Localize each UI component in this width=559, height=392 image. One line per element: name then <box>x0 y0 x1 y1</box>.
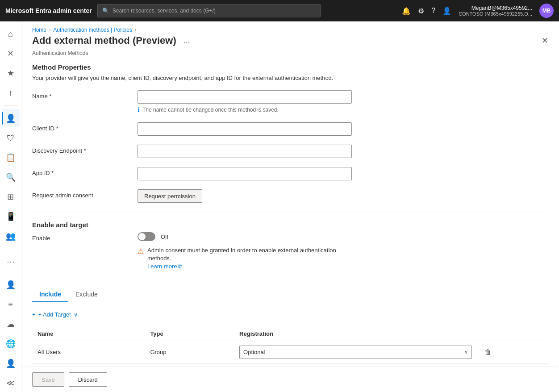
cloud-icon: ☁ <box>7 319 15 329</box>
client-id-input[interactable] <box>138 122 352 136</box>
close-panel-button[interactable]: ✕ <box>542 36 548 46</box>
discard-button[interactable]: Discard <box>69 372 107 387</box>
topbar: Microsoft Entra admin center 🔍 Search re… <box>0 0 559 21</box>
name-field: ℹ The name cannot be changed once this m… <box>138 90 352 113</box>
main-layout: ⌂ ✕ ★ ↑ 👤 🛡 📋 🔍 ⊞ 📱 👥 ⋯ 👤 ≡ ☁ 🌐 👤 ≪ Home… <box>0 21 559 392</box>
sidebar-item-home[interactable]: ⌂ <box>2 25 20 43</box>
page-title: Add external method (Preview) <box>32 35 176 46</box>
chevron-down-icon: ∨ <box>464 349 468 355</box>
info-icon: ℹ <box>138 106 140 113</box>
breadcrumb-home[interactable]: Home <box>32 27 46 33</box>
sidebar-item-user[interactable]: 👤 <box>2 276 20 294</box>
sidebar-item-account[interactable]: 👤 <box>2 354 20 372</box>
search-icon: 🔍 <box>102 8 109 14</box>
sidebar-item-more[interactable]: ⋯ <box>2 253 20 271</box>
warning-icon: ⚠ <box>138 247 144 255</box>
app-id-input[interactable] <box>138 167 352 180</box>
enable-field: Off ⚠ Admin consent must be granted in o… <box>138 232 352 278</box>
form-content: Method Properties Your provider will giv… <box>21 63 559 367</box>
search-bar[interactable]: 🔍 Search resources, services, and docs (… <box>97 4 321 17</box>
delete-row-button[interactable]: 🗑 <box>483 346 493 358</box>
registration-dropdown[interactable]: Optional∨ <box>239 346 472 359</box>
sidebar-divider-1 <box>4 105 18 106</box>
add-target-button[interactable]: + + Add Target ∨ <box>32 309 78 320</box>
user-info: MeganB@M365x49592... CONTOSO (M365x49592… <box>459 5 532 17</box>
warning-message: Admin consent must be granted in order t… <box>147 246 352 271</box>
devices-icon: ⊞ <box>7 192 14 202</box>
breadcrumb-section[interactable]: Authentication methods | Policies <box>53 27 132 33</box>
shield-icon: 🛡 <box>7 133 15 143</box>
home-icon: ⌂ <box>8 29 13 39</box>
section-divider <box>32 212 548 212</box>
sidebar-item-close[interactable]: ✕ <box>2 45 20 63</box>
external-link-icon: ⧉ <box>178 263 182 271</box>
sidebar-item-favorites[interactable]: ★ <box>2 64 20 82</box>
sidebar-item-devices[interactable]: ⊞ <box>2 188 20 206</box>
sidebar-item-global[interactable]: 🌐 <box>2 335 20 353</box>
breadcrumb-sep-2: › <box>135 28 136 33</box>
settings-icon[interactable]: ⚙ <box>418 7 424 15</box>
more-options-button[interactable]: ... <box>184 36 190 46</box>
help-icon[interactable]: ? <box>431 7 435 15</box>
notification-icon[interactable]: 🔔 <box>402 7 411 15</box>
identity-icon: 👤 <box>6 113 16 123</box>
request-permission-button[interactable]: Request permission <box>138 189 202 203</box>
toggle-row: Off <box>138 232 352 241</box>
sidebar-item-groups[interactable]: 👥 <box>2 227 20 245</box>
request-consent-label: Request admin consent <box>32 189 130 199</box>
tab-include[interactable]: Include <box>32 287 68 302</box>
list-icon: ≡ <box>8 300 13 309</box>
sidebar-item-apps[interactable]: 📱 <box>2 208 20 225</box>
monitoring-icon: 🔍 <box>6 172 16 182</box>
discovery-endpoint-label: Discovery Endpoint * <box>32 145 130 154</box>
table-header: Name Type Registration <box>32 327 548 341</box>
breadcrumb: Home › Authentication methods | Policies… <box>21 21 559 35</box>
table-row: All UsersGroupOptional∨🗑 <box>32 341 548 363</box>
sidebar-divider-2 <box>4 249 18 249</box>
col-actions-header <box>477 327 548 341</box>
enable-toggle[interactable] <box>138 232 155 241</box>
col-name-header: Name <box>32 327 145 341</box>
upload-icon: ↑ <box>8 88 13 98</box>
apps-icon: 📱 <box>6 212 16 221</box>
feedback-icon[interactable]: 👤 <box>442 7 451 15</box>
enable-target-title: Enable and target <box>32 221 548 229</box>
app-id-row: App ID * <box>32 167 548 180</box>
avatar[interactable]: MB <box>539 4 554 18</box>
toggle-state-label: Off <box>161 234 168 240</box>
col-type-header: Type <box>145 327 234 341</box>
method-properties-title: Method Properties <box>32 63 548 71</box>
app-id-label: App ID * <box>32 167 130 176</box>
sidebar-item-cloud[interactable]: ☁ <box>2 315 20 333</box>
tab-exclude[interactable]: Exclude <box>68 287 105 302</box>
client-id-label: Client ID * <box>32 122 130 132</box>
row-action: 🗑 <box>477 341 548 363</box>
targets-table: Name Type Registration All UsersGroupOpt… <box>32 327 548 364</box>
discovery-endpoint-input[interactable] <box>138 145 352 158</box>
client-id-field <box>138 122 352 136</box>
sidebar: ⌂ ✕ ★ ↑ 👤 🛡 📋 🔍 ⊞ 📱 👥 ⋯ 👤 ≡ ☁ 🌐 👤 ≪ <box>0 21 21 392</box>
request-consent-field: Request permission <box>138 189 352 203</box>
content-area: Home › Authentication methods | Policies… <box>21 21 559 392</box>
sidebar-item-list[interactable]: ≡ <box>2 296 20 313</box>
enable-row: Enable Off ⚠ Admin consent must be grant… <box>32 232 548 278</box>
sidebar-item-identity[interactable]: 👤 <box>2 109 20 127</box>
app-id-field <box>138 167 352 180</box>
name-label: Name * <box>32 90 130 100</box>
save-button[interactable]: Save <box>32 372 64 387</box>
chevron-down-icon: ∨ <box>74 311 78 318</box>
enable-label: Enable <box>32 232 130 242</box>
sidebar-item-monitoring[interactable]: 🔍 <box>2 168 20 186</box>
sidebar-item-governance[interactable]: 📋 <box>2 149 20 167</box>
name-input[interactable] <box>138 90 352 104</box>
discovery-endpoint-row: Discovery Endpoint * <box>32 145 548 158</box>
search-placeholder: Search resources, services, and docs (G+… <box>113 8 216 14</box>
sidebar-item-collapse[interactable]: ≪ <box>2 374 20 392</box>
sidebar-item-upload[interactable]: ↑ <box>2 84 20 102</box>
account-icon: 👤 <box>6 359 16 368</box>
learn-more-link[interactable]: Learn more ⧉ <box>147 263 182 271</box>
toggle-knob <box>138 233 146 240</box>
topbar-icons: 🔔 ⚙ ? 👤 MeganB@M365x49592... CONTOSO (M3… <box>402 4 554 18</box>
sidebar-item-protection[interactable]: 🛡 <box>2 129 20 147</box>
groups-icon: 👥 <box>6 231 16 241</box>
